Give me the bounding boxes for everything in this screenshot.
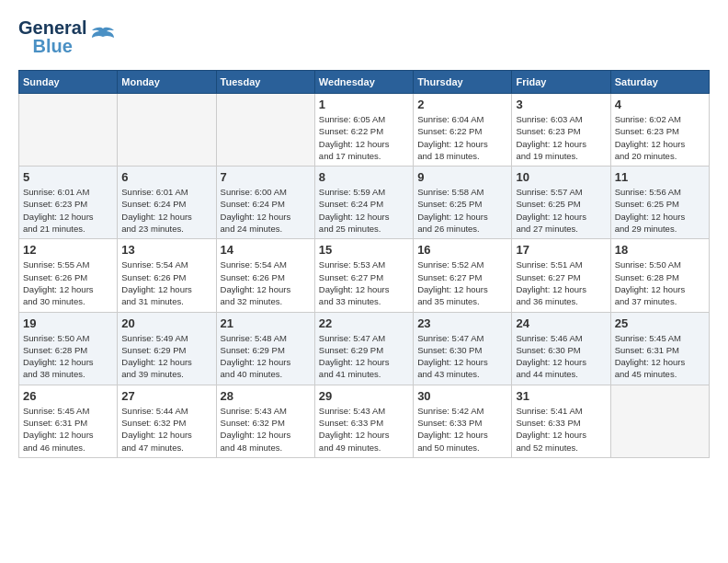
day-number: 18 [615,243,705,257]
day-info: Sunrise: 5:53 AM Sunset: 6:27 PM Dayligh… [319,259,409,307]
day-number: 14 [221,243,311,257]
day-info: Sunrise: 5:41 AM Sunset: 6:33 PM Dayligh… [516,405,606,454]
day-number: 3 [516,98,606,111]
calendar-cell: 11Sunrise: 5:56 AM Sunset: 6:25 PM Dayli… [610,167,709,239]
day-number: 8 [319,170,409,184]
calendar-cell: 8Sunrise: 5:59 AM Sunset: 6:24 PM Daylig… [314,167,413,239]
day-info: Sunrise: 5:54 AM Sunset: 6:26 PM Dayligh… [221,259,311,307]
calendar-cell: 18Sunrise: 5:50 AM Sunset: 6:28 PM Dayli… [610,239,709,312]
header-wednesday: Wednesday [314,71,413,94]
header-thursday: Thursday [414,71,512,94]
day-number: 25 [615,316,705,330]
calendar-cell: 9Sunrise: 5:58 AM Sunset: 6:25 PM Daylig… [414,167,512,239]
day-number: 15 [319,243,409,257]
day-number: 6 [121,170,211,184]
calendar-cell: 28Sunrise: 5:43 AM Sunset: 6:32 PM Dayli… [216,385,314,457]
calendar-table: SundayMondayTuesdayWednesdayThursdayFrid… [18,70,710,458]
day-number: 21 [221,316,311,330]
calendar-cell: 21Sunrise: 5:48 AM Sunset: 6:29 PM Dayli… [216,312,314,385]
day-info: Sunrise: 6:05 AM Sunset: 6:22 PM Dayligh… [319,113,409,162]
day-info: Sunrise: 5:47 AM Sunset: 6:30 PM Dayligh… [417,332,507,381]
calendar-cell [19,94,118,167]
day-info: Sunrise: 5:44 AM Sunset: 6:32 PM Dayligh… [121,405,211,454]
calendar-cell: 19Sunrise: 5:50 AM Sunset: 6:28 PM Dayli… [19,312,118,385]
day-info: Sunrise: 5:46 AM Sunset: 6:30 PM Dayligh… [516,332,606,381]
day-info: Sunrise: 6:01 AM Sunset: 6:23 PM Dayligh… [23,186,113,235]
day-number: 30 [417,389,507,403]
calendar-cell: 10Sunrise: 5:57 AM Sunset: 6:25 PM Dayli… [512,167,610,239]
calendar-cell [216,94,314,167]
day-info: Sunrise: 5:57 AM Sunset: 6:25 PM Dayligh… [516,186,606,235]
page-header: General Blue [18,18,710,55]
calendar-cell: 30Sunrise: 5:42 AM Sunset: 6:33 PM Dayli… [414,385,512,457]
day-number: 23 [417,316,507,330]
logo-bird-icon [90,27,116,47]
day-info: Sunrise: 5:43 AM Sunset: 6:32 PM Dayligh… [221,405,311,454]
calendar-cell [118,94,216,167]
day-info: Sunrise: 6:02 AM Sunset: 6:23 PM Dayligh… [615,113,705,162]
day-number: 2 [417,98,507,111]
calendar-cell: 24Sunrise: 5:46 AM Sunset: 6:30 PM Dayli… [512,312,610,385]
calendar-cell: 7Sunrise: 6:00 AM Sunset: 6:24 PM Daylig… [216,167,314,239]
calendar-cell: 26Sunrise: 5:45 AM Sunset: 6:31 PM Dayli… [19,385,118,457]
calendar-cell: 13Sunrise: 5:54 AM Sunset: 6:26 PM Dayli… [118,239,216,312]
calendar-cell: 29Sunrise: 5:43 AM Sunset: 6:33 PM Dayli… [314,385,413,457]
calendar-cell: 1Sunrise: 6:05 AM Sunset: 6:22 PM Daylig… [314,94,413,167]
day-info: Sunrise: 6:00 AM Sunset: 6:24 PM Dayligh… [221,186,311,235]
day-info: Sunrise: 6:01 AM Sunset: 6:24 PM Dayligh… [121,186,211,235]
logo-text-general: General [18,18,86,37]
day-number: 13 [121,243,211,257]
calendar-week-2: 5Sunrise: 6:01 AM Sunset: 6:23 PM Daylig… [19,167,710,239]
calendar-cell: 5Sunrise: 6:01 AM Sunset: 6:23 PM Daylig… [19,167,118,239]
calendar-week-5: 26Sunrise: 5:45 AM Sunset: 6:31 PM Dayli… [19,385,710,457]
calendar-cell: 4Sunrise: 6:02 AM Sunset: 6:23 PM Daylig… [610,94,709,167]
day-number: 1 [319,98,409,111]
day-info: Sunrise: 5:43 AM Sunset: 6:33 PM Dayligh… [319,405,409,454]
calendar-cell: 2Sunrise: 6:04 AM Sunset: 6:22 PM Daylig… [414,94,512,167]
day-number: 28 [221,389,311,403]
calendar-cell: 17Sunrise: 5:51 AM Sunset: 6:27 PM Dayli… [512,239,610,312]
logo-text-blue: Blue [33,37,73,55]
day-number: 22 [319,316,409,330]
calendar-cell: 3Sunrise: 6:03 AM Sunset: 6:23 PM Daylig… [512,94,610,167]
calendar-week-1: 1Sunrise: 6:05 AM Sunset: 6:22 PM Daylig… [19,94,710,167]
day-info: Sunrise: 5:45 AM Sunset: 6:31 PM Dayligh… [23,405,113,454]
day-info: Sunrise: 5:47 AM Sunset: 6:29 PM Dayligh… [319,332,409,381]
calendar-week-3: 12Sunrise: 5:55 AM Sunset: 6:26 PM Dayli… [19,239,710,312]
day-number: 16 [417,243,507,257]
day-info: Sunrise: 5:56 AM Sunset: 6:25 PM Dayligh… [615,186,705,235]
day-info: Sunrise: 5:52 AM Sunset: 6:27 PM Dayligh… [417,259,507,307]
day-number: 19 [23,316,113,330]
calendar-header-row: SundayMondayTuesdayWednesdayThursdayFrid… [19,71,710,94]
calendar-cell: 23Sunrise: 5:47 AM Sunset: 6:30 PM Dayli… [414,312,512,385]
calendar-cell: 15Sunrise: 5:53 AM Sunset: 6:27 PM Dayli… [314,239,413,312]
day-number: 4 [615,98,705,111]
calendar-cell: 12Sunrise: 5:55 AM Sunset: 6:26 PM Dayli… [19,239,118,312]
day-number: 24 [516,316,606,330]
header-monday: Monday [118,71,216,94]
calendar-week-4: 19Sunrise: 5:50 AM Sunset: 6:28 PM Dayli… [19,312,710,385]
calendar-cell: 27Sunrise: 5:44 AM Sunset: 6:32 PM Dayli… [118,385,216,457]
logo: General Blue [18,18,116,55]
day-info: Sunrise: 5:49 AM Sunset: 6:29 PM Dayligh… [121,332,211,381]
day-info: Sunrise: 5:50 AM Sunset: 6:28 PM Dayligh… [23,332,113,381]
day-number: 11 [615,170,705,184]
day-number: 9 [417,170,507,184]
day-info: Sunrise: 6:03 AM Sunset: 6:23 PM Dayligh… [516,113,606,162]
calendar-cell: 25Sunrise: 5:45 AM Sunset: 6:31 PM Dayli… [610,312,709,385]
header-friday: Friday [512,71,610,94]
day-info: Sunrise: 5:58 AM Sunset: 6:25 PM Dayligh… [417,186,507,235]
day-info: Sunrise: 5:59 AM Sunset: 6:24 PM Dayligh… [319,186,409,235]
day-info: Sunrise: 5:55 AM Sunset: 6:26 PM Dayligh… [23,259,113,307]
day-number: 5 [23,170,113,184]
header-tuesday: Tuesday [216,71,314,94]
calendar-cell: 22Sunrise: 5:47 AM Sunset: 6:29 PM Dayli… [314,312,413,385]
day-info: Sunrise: 6:04 AM Sunset: 6:22 PM Dayligh… [417,113,507,162]
day-number: 26 [23,389,113,403]
day-number: 12 [23,243,113,257]
day-number: 17 [516,243,606,257]
calendar-cell [610,385,709,457]
day-number: 7 [221,170,311,184]
day-info: Sunrise: 5:42 AM Sunset: 6:33 PM Dayligh… [417,405,507,454]
day-number: 20 [121,316,211,330]
